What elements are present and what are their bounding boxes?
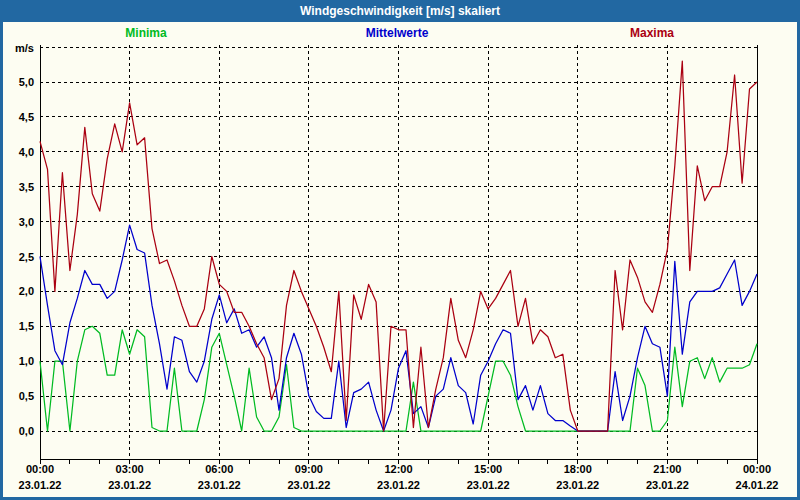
y-tick-label: 3,5 bbox=[19, 181, 34, 193]
x-tick-time-label: 06:00 bbox=[205, 463, 233, 475]
y-tick-label: 3,0 bbox=[19, 216, 34, 228]
y-tick-label: 0,5 bbox=[19, 390, 34, 402]
x-tick-time-label: 00:00 bbox=[26, 463, 54, 475]
y-axis-unit-label: m/s bbox=[15, 42, 34, 54]
y-tick-label: 2,5 bbox=[19, 251, 34, 263]
x-tick-date-label: 23.01.22 bbox=[467, 479, 510, 491]
legend-label-maxima: Maxima bbox=[630, 26, 674, 40]
x-tick-date-label: 23.01.22 bbox=[556, 479, 599, 491]
title-bar: Windgeschwindigkeit [m/s] skaliert bbox=[0, 0, 800, 22]
series-line-minima bbox=[40, 326, 757, 431]
x-tick-time-label: 03:00 bbox=[116, 463, 144, 475]
y-tick-label: 5,0 bbox=[19, 76, 34, 88]
y-tick-label: 0,0 bbox=[19, 425, 34, 437]
y-tick-label: 1,5 bbox=[19, 320, 34, 332]
x-tick-date-label: 23.01.22 bbox=[19, 479, 62, 491]
x-tick-date-label: 23.01.22 bbox=[108, 479, 151, 491]
x-tick-time-label: 18:00 bbox=[564, 463, 592, 475]
y-tick-label: 2,0 bbox=[19, 285, 34, 297]
y-tick-label: 1,0 bbox=[19, 355, 34, 367]
x-tick-time-label: 09:00 bbox=[295, 463, 323, 475]
wind-speed-chart: 5,04,54,03,53,02,52,01,51,00,50,0m/s00:0… bbox=[0, 0, 800, 500]
x-tick-time-label: 00:00 bbox=[743, 463, 771, 475]
y-tick-label: 4,0 bbox=[19, 146, 34, 158]
x-tick-date-label: 23.01.22 bbox=[646, 479, 689, 491]
x-tick-date-label: 24.01.22 bbox=[736, 479, 779, 491]
x-tick-date-label: 23.01.22 bbox=[287, 479, 330, 491]
x-tick-time-label: 21:00 bbox=[653, 463, 681, 475]
legend-label-mittelwerte: Mittelwerte bbox=[366, 26, 429, 40]
x-tick-date-label: 23.01.22 bbox=[377, 479, 420, 491]
x-tick-time-label: 15:00 bbox=[474, 463, 502, 475]
x-tick-date-label: 23.01.22 bbox=[198, 479, 241, 491]
y-tick-label: 4,5 bbox=[19, 111, 34, 123]
window-title: Windgeschwindigkeit [m/s] skaliert bbox=[300, 4, 500, 18]
legend-label-minima: Minima bbox=[125, 26, 166, 40]
x-tick-time-label: 12:00 bbox=[384, 463, 412, 475]
